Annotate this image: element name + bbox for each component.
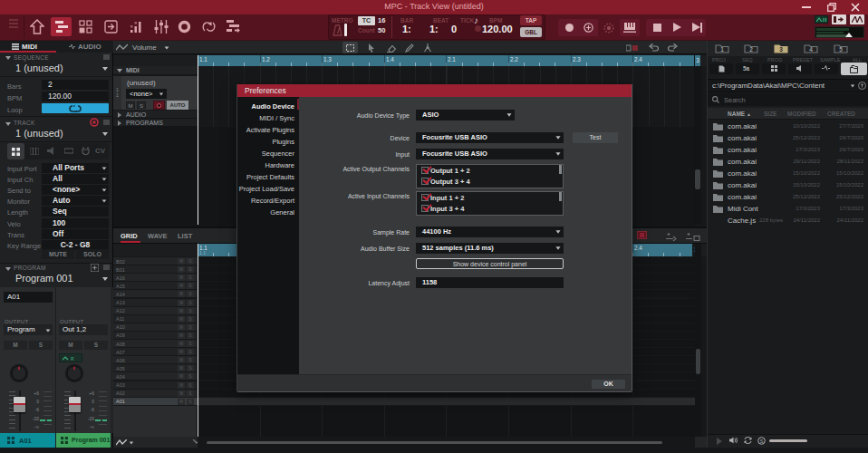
svg-text:2: 2 [749, 46, 753, 53]
svg-text:5: 5 [839, 46, 843, 53]
svg-text:R: R [71, 356, 74, 361]
svg-text:3: 3 [779, 46, 783, 53]
svg-text:4: 4 [809, 46, 813, 53]
svg-text:1: 1 [720, 46, 724, 53]
svg-text:S: S [760, 439, 764, 444]
